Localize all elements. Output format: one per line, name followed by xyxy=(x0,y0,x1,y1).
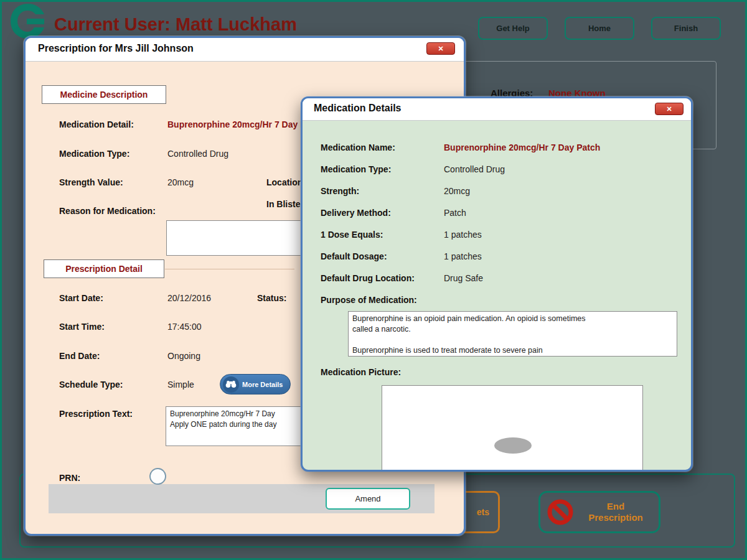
end-prescription-button[interactable]: End Prescription xyxy=(538,491,660,533)
end-prescription-label: End Prescription xyxy=(579,501,652,523)
binoculars-icon xyxy=(223,376,239,393)
reason-label: Reason for Medication: xyxy=(59,206,156,216)
field-value: Patch xyxy=(444,208,466,218)
prn-label: PRN: xyxy=(59,473,80,483)
field-value: 1 patches xyxy=(444,251,482,261)
field-value: Buprenorphine 20mcg/Hr 7 Day Patch xyxy=(444,142,600,152)
field-row-dose-equals: 1 Dose Equals: 1 patches xyxy=(303,230,691,243)
schedule-type-label: Schedule Type: xyxy=(59,380,123,390)
location-label: Location: xyxy=(266,177,306,187)
field-label: 1 Dose Equals: xyxy=(321,230,383,240)
medication-type-label: Medication Type: xyxy=(59,149,129,159)
prescription-text-label: Prescription Text: xyxy=(59,409,133,419)
schedule-type-value: Simple xyxy=(167,380,194,390)
field-label: Medication Type: xyxy=(321,164,391,174)
close-icon[interactable]: ✕ xyxy=(426,42,455,55)
section-divider xyxy=(165,269,294,269)
strength-value-label: Strength Value: xyxy=(59,177,123,187)
section-medicine-description: Medicine Description xyxy=(42,85,166,104)
amend-button[interactable]: Amend xyxy=(326,488,410,510)
field-value: 20mcg xyxy=(444,186,470,196)
field-row-medication-type: Medication Type: Controlled Drug xyxy=(303,164,691,178)
medication-picture-image xyxy=(494,437,532,454)
get-help-button[interactable]: Get Help xyxy=(478,17,548,40)
prescription-dialog-title: Prescription for Mrs Jill Johnson xyxy=(38,43,194,54)
field-row-default-dosage: Default Dosage: 1 patches xyxy=(303,251,691,265)
no-entry-icon xyxy=(547,498,574,526)
medication-details-dialog: Medication Details ✕ Medication Name: Bu… xyxy=(301,96,693,472)
start-date-value: 20/12/2016 xyxy=(167,293,211,303)
partial-hidden-button-label: ets xyxy=(477,507,489,517)
field-row-delivery-method: Delivery Method: Patch xyxy=(303,208,691,222)
app-root: Current User: Matt Luckham Get Help Home… xyxy=(0,0,747,560)
home-button[interactable]: Home xyxy=(565,17,634,40)
medication-dialog-title: Medication Details xyxy=(314,103,401,114)
medication-picture-label: Medication Picture: xyxy=(321,367,401,377)
more-details-button[interactable]: More Details xyxy=(220,374,291,394)
end-date-value: Ongoing xyxy=(167,351,200,361)
field-value: Drug Safe xyxy=(444,273,483,283)
strength-value: 20mcg xyxy=(167,177,194,187)
current-user-label: Current User: Matt Luckham xyxy=(54,14,297,35)
status-label: Status: xyxy=(257,293,286,303)
start-time-value: 17:45:00 xyxy=(167,322,202,332)
field-row-medication-name: Medication Name: Buprenorphine 20mcg/Hr … xyxy=(303,142,691,156)
field-label: Default Dosage: xyxy=(321,251,387,261)
field-label: Strength: xyxy=(321,186,359,196)
purpose-textarea[interactable]: Buprenorphine is an opioid pain medicati… xyxy=(348,311,677,357)
medication-picture-box xyxy=(382,385,643,472)
field-label: Medication Name: xyxy=(321,142,395,152)
medication-detail-label: Medication Detail: xyxy=(59,119,134,129)
close-icon[interactable]: ✕ xyxy=(655,103,684,115)
field-row-strength: Strength: 20mcg xyxy=(303,186,691,200)
purpose-label: Purpose of Medication: xyxy=(321,295,417,305)
end-date-label: End Date: xyxy=(59,351,100,361)
field-label: Default Drug Location: xyxy=(321,273,415,283)
field-value: 1 patches xyxy=(444,230,482,240)
section-prescription-detail: Prescription Detail xyxy=(44,259,164,278)
start-time-label: Start Time: xyxy=(59,322,105,332)
field-label: Delivery Method: xyxy=(321,208,391,218)
prn-radio[interactable] xyxy=(149,468,166,485)
finish-button[interactable]: Finish xyxy=(651,17,721,40)
app-logo xyxy=(8,2,48,40)
start-date-label: Start Date: xyxy=(59,293,103,303)
field-row-default-drug-location: Default Drug Location: Drug Safe xyxy=(303,273,691,287)
more-details-label: More Details xyxy=(242,381,283,388)
prescription-text-input[interactable]: Buprenorphine 20mcg/Hr 7 Day Apply ONE p… xyxy=(166,406,310,446)
medication-type-value: Controlled Drug xyxy=(167,149,228,159)
field-value: Controlled Drug xyxy=(444,164,505,174)
